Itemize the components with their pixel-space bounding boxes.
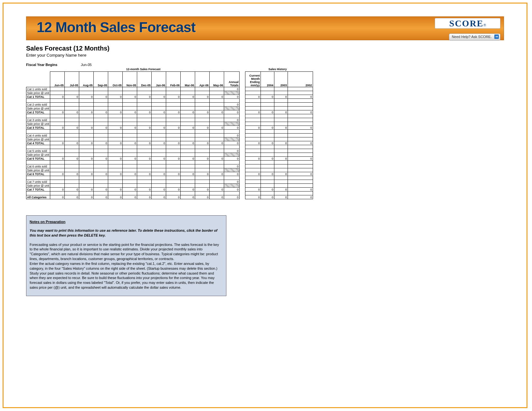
table-row[interactable]: Sale price @ unit: [26, 153, 313, 157]
month-header: Feb-06: [166, 72, 180, 87]
month-header: Nov-05: [122, 72, 137, 87]
score-logo: SCORE: [449, 18, 483, 28]
table-row[interactable]: Cat 4 units sold0: [26, 134, 313, 137]
table-row[interactable]: Cat 6 units sold0: [26, 164, 313, 168]
notes-title: Notes on Preparation: [30, 220, 223, 224]
month-header: Sep-05: [93, 72, 108, 87]
table-row[interactable]: Sale price @ unit: [26, 122, 313, 126]
table-row[interactable]: Cat 1 TOTAL00000000000000000: [26, 95, 313, 99]
fy-label: Fiscal Year Begins: [26, 63, 57, 67]
table-row[interactable]: Sale price @ unit: [26, 107, 313, 110]
table-row[interactable]: Cat 3 TOTAL00000000000000000: [26, 126, 313, 130]
help-label: Need Help? Ask SCORE.: [452, 35, 492, 39]
month-header: May-06: [209, 72, 224, 87]
title-banner: 12 Month Sales Forecast SCORE® Need Help…: [26, 16, 504, 40]
document-frame: 12 Month Sales Forecast SCORE® Need Help…: [3, 3, 527, 408]
arrow-right-icon: ➔: [494, 34, 499, 39]
forecast-section-title: 12-month Sales Forecast: [49, 68, 238, 71]
all-categories-row: All Categories00000000000000000: [26, 195, 313, 199]
month-header: Aug-05: [79, 72, 93, 87]
banner-title: 12 Month Sales Forecast: [26, 17, 504, 35]
history-year-header: 2002: [288, 72, 313, 87]
table-row[interactable]: Cat 2 units sold0: [26, 103, 313, 107]
forecast-table[interactable]: Jun-05Jul-05Aug-05Sep-05Oct-05Nov-05Dec-…: [26, 71, 313, 199]
fiscal-year-row: Fiscal Year Begins Jun-05: [26, 63, 504, 67]
table-row[interactable]: Cat 7 units sold0: [26, 180, 313, 184]
annual-totals-header: AnnualTotals: [224, 72, 239, 87]
month-header: Oct-05: [108, 72, 122, 87]
table-row[interactable]: Sale price @ unit: [26, 91, 313, 95]
month-header: Mar-06: [180, 72, 195, 87]
history-year-header: 2004: [261, 72, 274, 87]
notes-paragraph-2: Enter the actual category names in the f…: [30, 262, 217, 289]
month-header: Apr-06: [195, 72, 209, 87]
current-month-header: CurrentMonthEndingmm/yy: [245, 72, 261, 87]
month-header: Jan-06: [151, 72, 166, 87]
table-row[interactable]: Cat 5 units sold0: [26, 149, 313, 153]
table-row[interactable]: Cat 7 TOTAL00000000000000000: [26, 188, 313, 191]
month-header: Dec-05: [137, 72, 151, 87]
help-button[interactable]: Need Help? Ask SCORE. ➔: [449, 33, 500, 41]
table-row[interactable]: Cat 3 units sold0: [26, 118, 313, 122]
table-row[interactable]: Cat 1 units sold0: [26, 87, 313, 91]
table-row[interactable]: Cat 6 TOTAL00000000000000000: [26, 172, 313, 176]
table-row[interactable]: Sale price @ unit: [26, 137, 313, 141]
history-year-header: 2003: [274, 72, 288, 87]
notes-box[interactable]: Notes on Preparation You may want to pri…: [26, 215, 226, 296]
score-logo-box: SCORE®: [435, 18, 500, 29]
notes-paragraph-1: Forecasting sales of your product or ser…: [30, 243, 219, 261]
registered-mark-icon: ®: [484, 23, 486, 27]
fy-value[interactable]: Jun-05: [81, 63, 92, 67]
table-row[interactable]: Sale price @ unit: [26, 168, 313, 172]
month-header: Jul-05: [64, 72, 79, 87]
table-row[interactable]: Cat 2 TOTAL00000000000000000: [26, 110, 313, 114]
table-row[interactable]: Sale price @ unit: [26, 184, 313, 188]
table-row[interactable]: Cat 4 TOTAL00000000000000000: [26, 141, 313, 145]
month-header: Jun-05: [50, 72, 64, 87]
page-subtitle: Sales Forecast (12 Months): [26, 45, 504, 52]
table-row[interactable]: Cat 5 TOTAL00000000000000000: [26, 157, 313, 161]
notes-emphasis: You may want to print this information t…: [30, 228, 223, 238]
company-name-field[interactable]: Enter your Company Name here: [26, 53, 504, 58]
section-header-row: 12-month Sales Forecast Sales History: [26, 68, 311, 71]
history-section-title: Sales History: [244, 68, 311, 71]
